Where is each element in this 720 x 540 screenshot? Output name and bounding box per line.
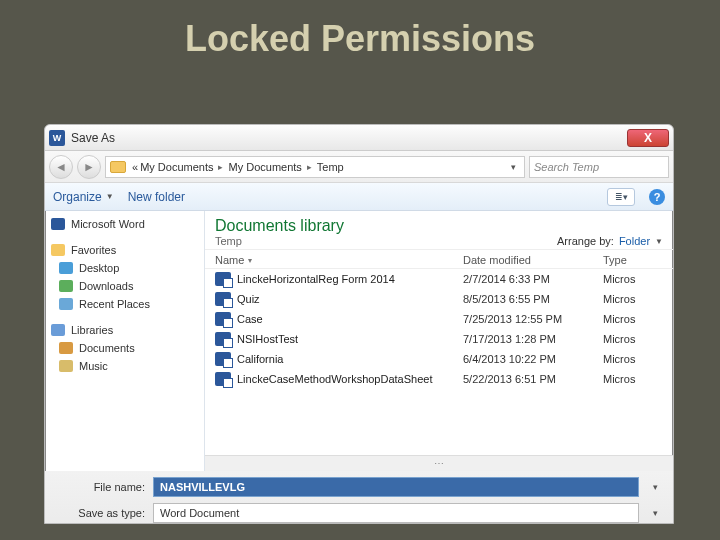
column-type[interactable]: Type — [603, 254, 663, 266]
library-subtitle: Temp — [215, 235, 557, 247]
chevron-down-icon: ▾ — [248, 256, 252, 265]
sidebar-item-label: Recent Places — [79, 298, 150, 310]
table-row[interactable]: California6/4/2013 10:22 PMMicros — [205, 349, 673, 369]
table-row[interactable]: Quiz8/5/2013 6:55 PMMicros — [205, 289, 673, 309]
arrange-label: Arrange by: — [557, 235, 614, 247]
breadcrumb-dropdown-icon[interactable]: ▾ — [507, 162, 520, 172]
breadcrumb-seg[interactable]: Temp — [317, 161, 344, 173]
toolbar: Organize ▼ New folder ≣ ▾ ? — [45, 183, 673, 211]
column-name-label: Name — [215, 254, 244, 266]
breadcrumb-seg[interactable]: My Documents — [228, 161, 301, 173]
column-date[interactable]: Date modified — [463, 254, 603, 266]
word-doc-icon — [215, 332, 231, 346]
word-doc-icon — [215, 272, 231, 286]
sidebar-item-label: Downloads — [79, 280, 133, 292]
nav-bar: ◄ ► « My Documents ▸ My Documents ▸ Temp… — [45, 151, 673, 183]
doc-icon — [59, 342, 73, 354]
file-list-pane: Documents library Temp Arrange by: Folde… — [205, 211, 673, 471]
file-date: 6/4/2013 10:22 PM — [463, 353, 603, 365]
file-type: Micros — [603, 293, 663, 305]
column-name[interactable]: Name ▾ — [215, 254, 463, 266]
word-icon — [51, 218, 65, 230]
sidebar-item-label: Libraries — [71, 324, 113, 336]
sidebar-item-label: Desktop — [79, 262, 119, 274]
save-as-dialog: W Save As X ◄ ► « My Documents ▸ My Docu… — [44, 124, 674, 524]
music-icon — [59, 360, 73, 372]
search-input[interactable]: Search Temp — [529, 156, 669, 178]
down-icon — [59, 280, 73, 292]
word-doc-icon — [215, 372, 231, 386]
desktop-icon — [59, 262, 73, 274]
file-type: Micros — [603, 353, 663, 365]
recent-icon — [59, 298, 73, 310]
file-type: Micros — [603, 313, 663, 325]
view-icon: ≣ — [615, 192, 623, 202]
file-date: 2/7/2014 6:33 PM — [463, 273, 603, 285]
table-row[interactable]: NSIHostTest7/17/2013 1:28 PMMicros — [205, 329, 673, 349]
sidebar-item[interactable]: Recent Places — [45, 295, 204, 313]
library-header: Documents library Temp Arrange by: Folde… — [205, 211, 673, 250]
organize-button[interactable]: Organize ▼ — [53, 190, 114, 204]
file-name: California — [237, 353, 463, 365]
chevron-right-icon: ▸ — [304, 162, 315, 172]
sidebar-item[interactable]: Favorites — [45, 241, 204, 259]
lib-icon — [51, 324, 65, 336]
breadcrumb-prefix: « — [132, 161, 138, 173]
titlebar: W Save As X — [45, 125, 673, 151]
star-icon — [51, 244, 65, 256]
file-rows: LinckeHorizontalReg Form 20142/7/2014 6:… — [205, 269, 673, 455]
word-app-icon: W — [49, 130, 65, 146]
horizontal-scrollbar[interactable]: ⋯ — [205, 455, 673, 471]
close-button[interactable]: X — [627, 129, 669, 147]
filename-label: File name: — [55, 481, 145, 493]
filename-dropdown-icon[interactable]: ▾ — [647, 482, 663, 492]
sidebar-item[interactable]: Libraries — [45, 321, 204, 339]
sidebar-item[interactable]: Documents — [45, 339, 204, 357]
word-doc-icon — [215, 312, 231, 326]
help-button[interactable]: ? — [649, 189, 665, 205]
arrange-value: Folder — [619, 235, 650, 247]
file-name: NSIHostTest — [237, 333, 463, 345]
sidebar-item-label: Music — [79, 360, 108, 372]
organize-label: Organize — [53, 190, 102, 204]
file-name: Quiz — [237, 293, 463, 305]
table-row[interactable]: LinckeHorizontalReg Form 20142/7/2014 6:… — [205, 269, 673, 289]
sidebar-item-label: Favorites — [71, 244, 116, 256]
file-date: 7/25/2013 12:55 PM — [463, 313, 603, 325]
slide-title: Locked Permissions — [0, 0, 720, 68]
savetype-label: Save as type: — [55, 507, 145, 519]
savetype-dropdown-icon[interactable]: ▾ — [647, 508, 663, 518]
column-headers: Name ▾ Date modified Type — [205, 250, 673, 269]
sidebar-item-label: Microsoft Word — [71, 218, 145, 230]
library-title: Documents library — [215, 217, 557, 235]
back-button[interactable]: ◄ — [49, 155, 73, 179]
breadcrumb[interactable]: « My Documents ▸ My Documents ▸ Temp ▾ — [105, 156, 525, 178]
sidebar: Microsoft WordFavoritesDesktopDownloadsR… — [45, 211, 205, 471]
file-date: 7/17/2013 1:28 PM — [463, 333, 603, 345]
arrange-by[interactable]: Arrange by: Folder ▼ — [557, 235, 663, 247]
savetype-select[interactable]: Word Document — [153, 503, 639, 523]
table-row[interactable]: Case7/25/2013 12:55 PMMicros — [205, 309, 673, 329]
forward-button[interactable]: ► — [77, 155, 101, 179]
chevron-down-icon: ▼ — [106, 192, 114, 201]
sidebar-item[interactable]: Downloads — [45, 277, 204, 295]
sidebar-item[interactable]: Music — [45, 357, 204, 375]
file-name: LinckeHorizontalReg Form 2014 — [237, 273, 463, 285]
file-type: Micros — [603, 273, 663, 285]
chevron-right-icon: ▸ — [215, 162, 226, 172]
chevron-down-icon: ▾ — [623, 192, 628, 202]
dialog-title: Save As — [71, 131, 627, 145]
filename-input[interactable] — [153, 477, 639, 497]
dialog-footer: File name: ▾ Save as type: Word Document… — [45, 471, 673, 524]
folder-icon — [110, 161, 126, 173]
sidebar-item[interactable]: Microsoft Word — [45, 215, 204, 233]
word-doc-icon — [215, 292, 231, 306]
sidebar-item[interactable]: Desktop — [45, 259, 204, 277]
file-date: 5/22/2013 6:51 PM — [463, 373, 603, 385]
new-folder-button[interactable]: New folder — [128, 190, 185, 204]
view-button[interactable]: ≣ ▾ — [607, 188, 635, 206]
breadcrumb-seg[interactable]: My Documents — [140, 161, 213, 173]
table-row[interactable]: LinckeCaseMethodWorkshopDataSheet5/22/20… — [205, 369, 673, 389]
file-name: Case — [237, 313, 463, 325]
file-type: Micros — [603, 373, 663, 385]
